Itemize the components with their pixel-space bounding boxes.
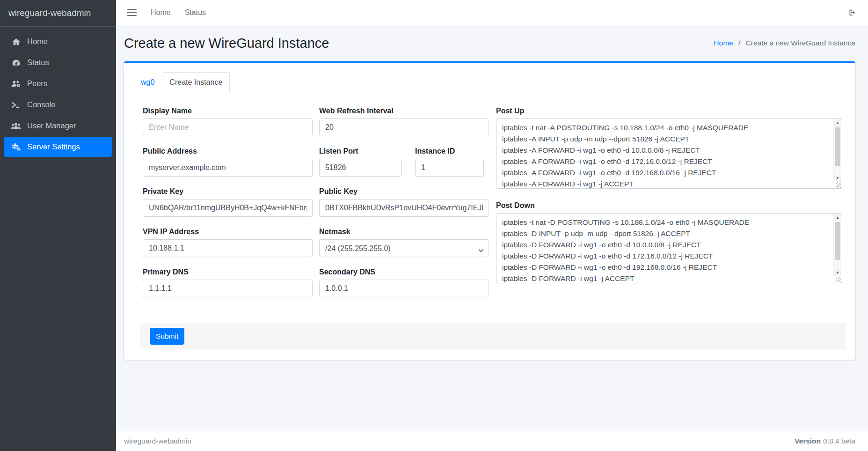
footer-app-name: wireguard-webadmin <box>124 437 191 445</box>
scroll-down-arrow-icon[interactable]: ▼ <box>834 269 841 276</box>
submit-button[interactable]: Submit <box>150 328 184 345</box>
main-area: Home Status Create a new WireGuard Insta… <box>116 0 868 451</box>
top-navbar: Home Status <box>116 0 868 25</box>
resize-grip-icon[interactable] <box>836 182 841 188</box>
scrollbar-thumb[interactable] <box>835 127 840 166</box>
instance-form: Display Name Web Refresh Interval Public… <box>133 92 846 308</box>
footer-version-label: Version <box>795 437 821 445</box>
display-name-input[interactable] <box>143 118 313 136</box>
card-body: wg0 Create Instance Display Name Web Ref… <box>124 63 855 360</box>
primary-dns-group: Primary DNS <box>143 267 313 297</box>
tab-wg0[interactable]: wg0 <box>133 72 162 92</box>
page-footer: wireguard-webadmin Version 0.8.4 beta <box>116 431 868 451</box>
public-address-label: Public Address <box>143 147 313 155</box>
post-up-scrollbar[interactable]: ▲ ▼ <box>833 119 841 182</box>
sidebar-item-label: Peers <box>27 79 47 88</box>
sidebar-item-label: Home <box>27 37 48 46</box>
users-gear-icon <box>10 79 22 89</box>
post-up-textarea[interactable]: iptables -t nat -A POSTROUTING -s 10.188… <box>496 119 833 188</box>
tab-create-instance[interactable]: Create Instance <box>162 72 230 92</box>
post-down-label: Post Down <box>496 201 842 210</box>
public-key-input[interactable] <box>319 199 489 217</box>
vpn-ip-group: VPN IP Address <box>143 227 313 257</box>
sidebar-item-label: Server Settings <box>27 142 80 151</box>
users-icon <box>10 121 22 131</box>
sidebar-toggle-icon[interactable] <box>127 9 137 16</box>
scrollbar-thumb[interactable] <box>835 222 840 260</box>
primary-dns-input[interactable] <box>143 280 313 297</box>
display-name-label: Display Name <box>143 106 313 115</box>
sidebar-item-user-manager[interactable]: User Manager <box>4 116 112 136</box>
breadcrumb-current: Create a new WireGuard Instance <box>746 39 855 47</box>
scroll-down-arrow-icon[interactable]: ▼ <box>834 175 841 182</box>
content-wrapper: Create a new WireGuard Instance Home / C… <box>116 25 868 431</box>
web-refresh-label: Web Refresh Interval <box>319 106 489 115</box>
right-form-column: Post Up iptables -t nat -A POSTROUTING -… <box>496 106 842 308</box>
private-key-group: Private Key <box>143 187 313 217</box>
post-up-wrap: iptables -t nat -A POSTROUTING -s 10.188… <box>496 118 842 189</box>
sidebar-item-status[interactable]: Status <box>4 52 112 73</box>
primary-dns-label: Primary DNS <box>143 267 313 276</box>
sidebar: wireguard-webadmin Home Status Peers Con… <box>0 0 116 451</box>
netmask-select[interactable]: /24 (255.255.255.0) <box>319 239 489 257</box>
instance-id-group: Instance ID <box>415 147 484 177</box>
gauge-icon <box>10 58 22 67</box>
footer-version-value: 0.8.4 beta <box>823 437 855 445</box>
public-key-group: Public Key <box>319 187 489 217</box>
listen-port-label: Listen Port <box>319 147 402 155</box>
sidebar-item-console[interactable]: Console <box>4 95 112 115</box>
post-up-group: Post Up iptables -t nat -A POSTROUTING -… <box>496 106 842 189</box>
breadcrumb-separator: / <box>738 39 740 47</box>
topnav-link-status[interactable]: Status <box>185 8 206 17</box>
resize-grip-icon[interactable] <box>836 277 841 282</box>
netmask-label: Netmask <box>319 227 489 236</box>
brand-title[interactable]: wireguard-webadmin <box>0 0 116 27</box>
secondary-dns-input[interactable] <box>319 280 489 297</box>
vpn-ip-input[interactable] <box>143 239 313 257</box>
sidebar-item-peers[interactable]: Peers <box>4 74 112 94</box>
terminal-icon <box>10 100 22 110</box>
public-address-input[interactable] <box>143 159 313 177</box>
instance-id-input[interactable] <box>415 159 484 177</box>
topnav-link-home[interactable]: Home <box>151 8 171 17</box>
sign-out-icon[interactable] <box>848 8 858 17</box>
vpn-ip-label: VPN IP Address <box>143 227 313 236</box>
scroll-up-arrow-icon[interactable]: ▲ <box>834 214 841 221</box>
sidebar-item-label: Status <box>27 58 49 67</box>
sidebar-item-label: User Manager <box>27 121 76 130</box>
sidebar-item-label: Console <box>27 100 56 109</box>
page-title: Create a new WireGuard Instance <box>124 36 329 51</box>
listen-port-group: Listen Port <box>319 147 402 177</box>
page-header: Create a new WireGuard Instance Home / C… <box>124 32 855 54</box>
sidebar-item-server-settings[interactable]: Server Settings <box>4 137 112 157</box>
post-up-label: Post Up <box>496 106 842 115</box>
listen-port-input[interactable] <box>319 159 402 177</box>
web-refresh-group: Web Refresh Interval <box>319 106 489 136</box>
secondary-dns-label: Secondary DNS <box>319 267 489 276</box>
web-refresh-input[interactable] <box>319 118 489 136</box>
left-form-columns: Display Name Web Refresh Interval Public… <box>143 106 489 308</box>
post-down-scrollbar[interactable]: ▲ ▼ <box>833 214 841 276</box>
public-key-label: Public Key <box>319 187 489 196</box>
private-key-label: Private Key <box>143 187 313 196</box>
instance-tabs: wg0 Create Instance <box>133 72 846 92</box>
secondary-dns-group: Secondary DNS <box>319 267 489 297</box>
port-instance-row: Listen Port Instance ID <box>319 147 489 177</box>
private-key-input[interactable] <box>143 199 313 217</box>
home-icon <box>10 37 22 46</box>
post-down-textarea[interactable]: iptables -t nat -D POSTROUTING -s 10.188… <box>496 214 833 283</box>
instance-card: wg0 Create Instance Display Name Web Ref… <box>124 61 855 360</box>
netmask-group: Netmask /24 (255.255.255.0) <box>319 227 489 257</box>
sidebar-menu: Home Status Peers Console User Manager <box>0 27 116 162</box>
cogs-icon <box>10 142 22 152</box>
display-name-group: Display Name <box>143 106 313 136</box>
post-down-group: Post Down iptables -t nat -D POSTROUTING… <box>496 201 842 283</box>
scroll-up-arrow-icon[interactable]: ▲ <box>834 119 841 126</box>
breadcrumb-home-link[interactable]: Home <box>714 39 733 47</box>
instance-id-label: Instance ID <box>415 147 484 155</box>
public-address-group: Public Address <box>143 147 313 177</box>
form-footer-strip: Submit <box>140 323 846 349</box>
post-down-wrap: iptables -t nat -D POSTROUTING -s 10.188… <box>496 213 842 283</box>
breadcrumb: Home / Create a new WireGuard Instance <box>714 39 855 47</box>
sidebar-item-home[interactable]: Home <box>4 31 112 52</box>
